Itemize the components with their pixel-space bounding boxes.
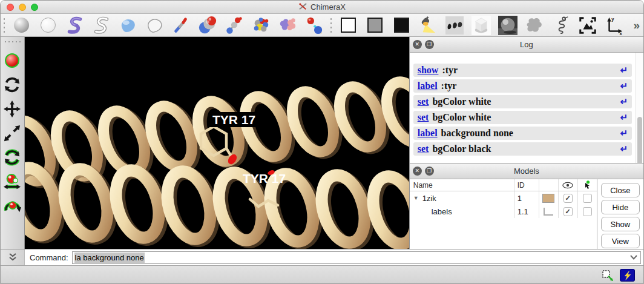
helix-rendering xyxy=(25,37,409,249)
model-color-swatch[interactable] xyxy=(542,194,554,203)
save-snapshot-icon[interactable] xyxy=(577,15,598,36)
log-entry: set bgColor white ↵ xyxy=(413,95,632,108)
hide-model-button[interactable]: Hide xyxy=(601,200,640,214)
show-atoms-icon[interactable] xyxy=(11,15,31,36)
gray-background-icon[interactable] xyxy=(364,15,385,36)
log-scrollbar-thumb[interactable] xyxy=(637,117,642,163)
rerun-command-icon[interactable]: ↵ xyxy=(620,65,628,76)
log-command-args: background none xyxy=(441,128,513,139)
color-by-chain-icon[interactable] xyxy=(277,15,298,36)
log-command-link[interactable]: set xyxy=(418,96,429,107)
soft-lighting-icon[interactable] xyxy=(471,15,491,36)
log-entry: set bgColor black ↵ xyxy=(413,142,632,156)
log-command-link[interactable]: label xyxy=(418,128,438,139)
show-cartoons-icon[interactable] xyxy=(64,15,85,36)
graphics-viewport[interactable]: TYR 17 TYR 17 xyxy=(25,37,409,249)
full-lighting-icon[interactable] xyxy=(498,15,518,36)
log-command-args: bgColor white xyxy=(432,96,491,107)
collapse-chevrons-icon[interactable] xyxy=(8,253,18,262)
toolbar-overflow-button[interactable]: » xyxy=(633,19,639,32)
command-input[interactable]: la background none xyxy=(72,251,641,264)
log-scrollbar[interactable] xyxy=(636,53,643,163)
log-panel: ✕ ❐ Log show :tyr ↵ label :tyr xyxy=(410,37,643,163)
rotate-mode-icon[interactable] xyxy=(2,75,22,94)
command-history-dropdown-icon[interactable] xyxy=(630,255,640,260)
shown-checkbox[interactable]: ✓ xyxy=(564,207,573,216)
expander-icon[interactable]: ▼ xyxy=(413,195,419,201)
model-row-1zik[interactable]: ▼ 1zik 1 ✓ xyxy=(410,191,597,205)
rerun-command-icon[interactable]: ↵ xyxy=(620,112,628,123)
log-command-args: bgColor black xyxy=(432,144,491,154)
models-buttons: Close Hide Show View xyxy=(597,179,643,249)
window-title: ChimeraX xyxy=(310,2,346,12)
zoom-mode-icon[interactable] xyxy=(2,124,22,143)
log-command-link[interactable]: label xyxy=(418,81,438,91)
log-entry: set bgColor white ↵ xyxy=(413,111,632,124)
model-no-color-swatch[interactable] xyxy=(544,208,553,216)
log-command-link[interactable]: set xyxy=(418,144,429,154)
ball-and-stick-style-icon[interactable] xyxy=(224,15,245,36)
selected-checkbox[interactable] xyxy=(583,207,592,216)
eye-icon xyxy=(562,182,573,189)
model-id: 1 xyxy=(514,191,539,205)
models-panel-title: Models xyxy=(410,167,643,176)
translate-mode-icon[interactable] xyxy=(2,99,22,119)
shown-column-header[interactable] xyxy=(558,179,577,191)
log-panel-title: Log xyxy=(410,40,643,49)
orient-axes-icon[interactable]: y x xyxy=(604,15,625,36)
fast-mode-icon[interactable] xyxy=(620,269,635,282)
rerun-command-icon[interactable]: ↵ xyxy=(620,144,628,154)
color-heteroatoms-icon[interactable] xyxy=(251,15,271,36)
axis-x-label: x xyxy=(619,31,622,35)
selected-checkbox[interactable] xyxy=(583,194,592,203)
log-command-link[interactable]: show xyxy=(418,65,439,76)
show-surfaces-icon[interactable] xyxy=(117,15,138,36)
axis-y-label: y xyxy=(611,16,614,21)
hide-surfaces-icon[interactable] xyxy=(144,15,165,36)
close-model-button[interactable]: Close xyxy=(601,183,640,197)
silhouettes-icon[interactable] xyxy=(551,15,571,36)
rerun-command-icon[interactable]: ↵ xyxy=(620,96,628,107)
default-lighting-icon[interactable] xyxy=(418,15,438,36)
color-column-header[interactable] xyxy=(539,179,558,191)
flat-lighting-icon[interactable] xyxy=(524,15,545,36)
rerun-command-icon[interactable]: ↵ xyxy=(620,81,628,91)
command-label: Command: xyxy=(30,253,68,262)
white-background-icon[interactable] xyxy=(338,15,358,36)
show-hbonds-icon[interactable] xyxy=(304,15,324,36)
view-model-button[interactable]: View xyxy=(601,234,640,248)
rerun-command-icon[interactable]: ↵ xyxy=(620,128,628,139)
select-mode-icon[interactable] xyxy=(2,51,22,70)
depth-cue-icon[interactable] xyxy=(444,15,465,36)
id-column-header[interactable]: ID xyxy=(514,179,539,191)
log-panel-header: ✕ ❐ Log xyxy=(410,37,643,53)
log-body: show :tyr ↵ label :tyr ↵ set bgColor whi… xyxy=(410,53,643,163)
model-row-labels[interactable]: labels 1.1 ✓ xyxy=(410,205,597,218)
residue-label-bottom: TYR 17 xyxy=(243,171,286,185)
log-entry: label background none ↵ xyxy=(413,127,632,140)
log-entry: show :tyr ↵ xyxy=(413,64,632,77)
stick-style-icon[interactable] xyxy=(171,15,191,36)
translate-selected-mode-icon[interactable] xyxy=(2,172,22,191)
mousebar-drag-handle[interactable] xyxy=(4,40,21,44)
resize-graphics-icon[interactable] xyxy=(600,269,615,282)
residue-label-top: TYR 17 xyxy=(210,112,258,127)
show-model-button[interactable]: Show xyxy=(601,217,640,231)
name-column-header[interactable]: Name xyxy=(410,181,514,190)
rotate-molecule-mode-icon[interactable] xyxy=(2,196,22,216)
chimerax-window: ChimeraX xyxy=(0,0,644,284)
log-command-link[interactable]: set xyxy=(418,112,429,123)
models-panel: ✕ ❐ Models Name ID xyxy=(410,163,643,249)
selected-column-header[interactable] xyxy=(577,179,597,191)
main-toolbar: y x » xyxy=(1,14,643,37)
log-command-args: :tyr xyxy=(442,65,458,76)
sphere-style-icon[interactable] xyxy=(197,15,218,36)
shown-checkbox[interactable]: ✓ xyxy=(564,194,573,203)
hide-atoms-icon[interactable] xyxy=(38,15,58,36)
log-command-args: :tyr xyxy=(441,81,457,91)
rotate-selected-mode-icon[interactable] xyxy=(2,148,22,167)
hide-cartoons-icon[interactable] xyxy=(91,15,111,36)
black-background-icon[interactable] xyxy=(391,15,412,36)
chimerax-logo-icon xyxy=(298,2,307,12)
toolbar-drag-handle[interactable] xyxy=(2,17,6,34)
